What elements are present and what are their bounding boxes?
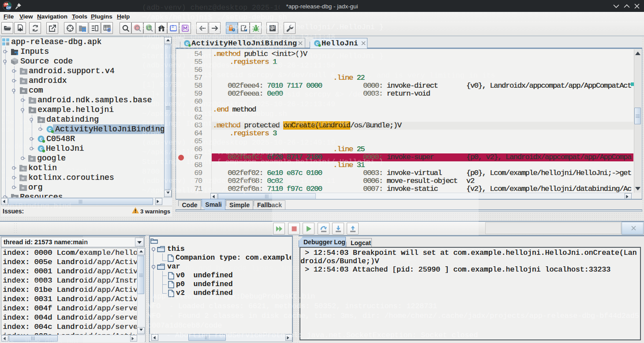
svg-text:c: c — [39, 136, 42, 142]
svg-text:c: c — [316, 41, 319, 46]
svg-text:c: c — [48, 127, 51, 133]
svg-text:c: c — [39, 146, 42, 152]
svg-text:c: c — [186, 41, 189, 46]
